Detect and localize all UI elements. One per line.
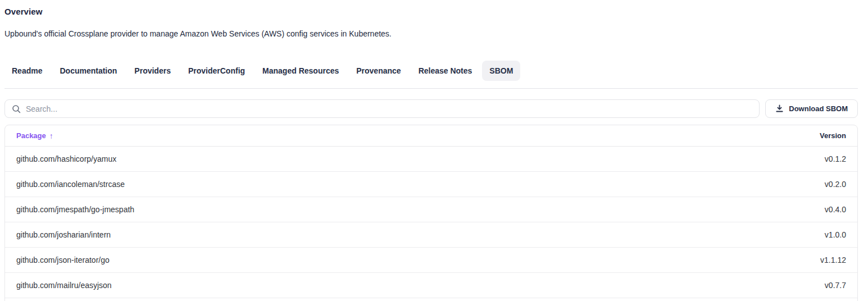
provider-overview-page: Overview Upbound's official Crossplane p… (4, 7, 858, 301)
table-row[interactable]: github.com/jmespath/go-jmespath v0.4.0 (5, 197, 857, 222)
package-header-label: Package (16, 131, 46, 140)
sbom-toolbar: Download SBOM (4, 99, 858, 118)
version-cell: v0.4.0 (825, 205, 846, 214)
package-cell: github.com/iancoleman/strcase (16, 180, 825, 189)
version-cell: v0.1.2 (825, 154, 846, 163)
download-sbom-label: Download SBOM (789, 104, 848, 113)
sbom-table: Package ↑ Version github.com/hashicorp/y… (4, 125, 858, 301)
package-cell: github.com/json-iterator/go (16, 256, 820, 264)
tab-provenance[interactable]: Provenance (349, 61, 408, 81)
download-icon (775, 104, 784, 113)
table-row[interactable]: github.com/hashicorp/yamux v0.1.2 (5, 147, 857, 172)
tab-readme[interactable]: Readme (4, 61, 49, 81)
tab-managed-resources[interactable]: Managed Resources (255, 61, 346, 81)
version-cell: v0.7.7 (825, 281, 846, 290)
package-cell: github.com/jmespath/go-jmespath (16, 205, 825, 214)
table-row[interactable] (5, 298, 857, 301)
search-icon (12, 104, 21, 113)
page-title: Overview (4, 7, 858, 16)
column-header-version[interactable]: Version (820, 131, 846, 140)
package-cell: github.com/hashicorp/yamux (16, 154, 825, 163)
sort-ascending-icon: ↑ (49, 131, 53, 140)
page-description: Upbound's official Crossplane provider t… (4, 29, 858, 38)
table-row[interactable]: github.com/josharian/intern v1.0.0 (5, 222, 857, 248)
table-row[interactable]: github.com/mailru/easyjson v0.7.7 (5, 273, 857, 298)
version-cell: v0.2.0 (825, 180, 846, 189)
table-row[interactable]: github.com/json-iterator/go v1.1.12 (5, 248, 857, 273)
table-row[interactable]: github.com/iancoleman/strcase v0.2.0 (5, 172, 857, 197)
column-header-package[interactable]: Package ↑ (16, 131, 820, 140)
tab-sbom[interactable]: SBOM (482, 61, 520, 81)
package-cell: github.com/josharian/intern (16, 230, 825, 239)
tabs-divider (4, 88, 858, 89)
version-cell: v1.0.0 (825, 230, 846, 239)
tab-bar: Readme Documentation Providers ProviderC… (4, 61, 858, 81)
tab-providerconfig[interactable]: ProviderConfig (181, 61, 252, 81)
tab-documentation[interactable]: Documentation (52, 61, 124, 81)
table-header-row: Package ↑ Version (5, 125, 857, 147)
version-cell: v1.1.12 (820, 256, 846, 264)
search-box[interactable] (4, 99, 760, 118)
tab-providers[interactable]: Providers (127, 61, 178, 81)
package-cell: github.com/mailru/easyjson (16, 281, 825, 290)
search-input[interactable] (26, 104, 752, 113)
tab-release-notes[interactable]: Release Notes (411, 61, 480, 81)
download-sbom-button[interactable]: Download SBOM (765, 99, 858, 118)
